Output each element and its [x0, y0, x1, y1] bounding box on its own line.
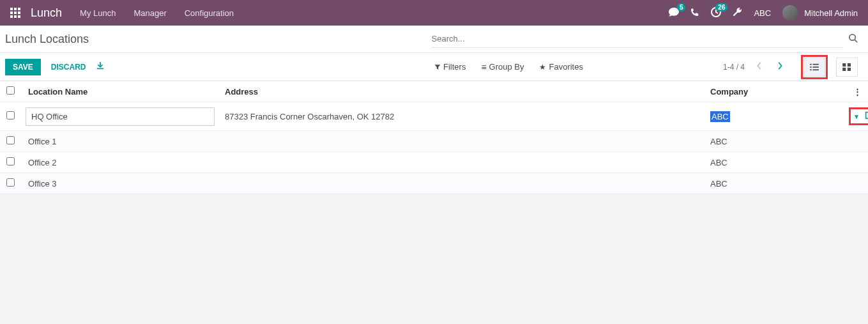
- location-name-cell[interactable]: Office 1: [22, 131, 218, 152]
- user-name: Mitchell Admin: [804, 8, 858, 18]
- row-checkbox[interactable]: [6, 157, 15, 166]
- svg-rect-2: [810, 63, 812, 65]
- save-button[interactable]: SAVE: [5, 59, 41, 75]
- list-view-button[interactable]: [803, 58, 825, 77]
- pager-next[interactable]: [774, 59, 786, 75]
- svg-rect-5: [812, 66, 818, 68]
- nav-link-configuration[interactable]: Configuration: [185, 8, 234, 18]
- top-navbar: Lunch My Lunch Manager Configuration 5 2…: [0, 0, 868, 26]
- table-row[interactable]: Office 1 ABC: [0, 131, 868, 152]
- table-row[interactable]: Office 3 ABC: [0, 173, 868, 194]
- svg-rect-6: [810, 69, 812, 70]
- row-checkbox[interactable]: [6, 178, 15, 187]
- phone-icon[interactable]: [690, 8, 699, 19]
- company-cell[interactable]: ABC: [704, 152, 842, 173]
- company-switcher[interactable]: ABC: [754, 8, 771, 18]
- address-cell[interactable]: [218, 152, 704, 173]
- location-name-cell[interactable]: Office 3: [22, 173, 218, 194]
- chat-badge: 5: [677, 3, 686, 12]
- group-by-button[interactable]: ≡ Group By: [481, 62, 524, 72]
- row-checkbox[interactable]: [6, 111, 15, 120]
- col-header-address[interactable]: Address: [218, 81, 704, 102]
- svg-rect-10: [842, 67, 846, 70]
- address-cell[interactable]: 87323 Francis Corner Oscarhaven, OK 1278…: [218, 102, 704, 131]
- col-header-company[interactable]: Company: [704, 81, 842, 102]
- user-menu[interactable]: Mitchell Admin: [782, 5, 858, 20]
- address-cell[interactable]: [218, 173, 704, 194]
- svg-rect-3: [812, 63, 818, 65]
- avatar: [782, 5, 798, 20]
- page-title: Lunch Locations: [5, 33, 432, 46]
- search-icon[interactable]: [848, 33, 858, 45]
- pager: 1-4 / 4: [723, 63, 745, 72]
- activities-badge: 26: [715, 3, 727, 12]
- col-header-name[interactable]: Location Name: [22, 81, 218, 102]
- discard-button[interactable]: DISCARD: [51, 63, 86, 72]
- company-cell[interactable]: ABC: [704, 173, 842, 194]
- external-link-icon[interactable]: [865, 111, 868, 121]
- nav-link-manager[interactable]: Manager: [133, 8, 166, 18]
- nav-link-my-lunch[interactable]: My Lunch: [80, 8, 116, 18]
- favorites-button[interactable]: ★ Favorites: [539, 62, 582, 72]
- row-checkbox[interactable]: [6, 136, 15, 144]
- dropdown-caret-icon[interactable]: ▼: [853, 113, 860, 120]
- apps-icon[interactable]: [10, 8, 20, 18]
- chat-icon[interactable]: 5: [669, 7, 679, 19]
- pager-prev[interactable]: [754, 59, 765, 75]
- table-row[interactable]: 87323 Francis Corner Oscarhaven, OK 1278…: [0, 102, 868, 131]
- svg-rect-8: [842, 63, 846, 66]
- search-input[interactable]: [432, 30, 844, 48]
- address-cell[interactable]: [218, 131, 704, 152]
- debug-icon[interactable]: [733, 7, 742, 19]
- company-cell[interactable]: ABC: [704, 102, 842, 131]
- download-icon[interactable]: [96, 61, 105, 72]
- location-name-cell[interactable]: Office 2: [22, 152, 218, 173]
- column-options-icon[interactable]: ⋮: [853, 87, 862, 96]
- svg-rect-7: [812, 69, 818, 70]
- filters-button[interactable]: Filters: [434, 62, 466, 72]
- svg-rect-9: [848, 63, 851, 66]
- svg-point-1: [849, 35, 855, 40]
- table-row[interactable]: Office 2 ABC: [0, 152, 868, 173]
- select-all-checkbox[interactable]: [6, 86, 15, 95]
- svg-rect-11: [848, 67, 851, 70]
- svg-rect-4: [810, 66, 812, 68]
- company-cell[interactable]: ABC: [704, 131, 842, 152]
- kanban-view-button[interactable]: [836, 58, 858, 77]
- activities-icon[interactable]: 26: [711, 7, 721, 19]
- app-name[interactable]: Lunch: [31, 6, 62, 20]
- company-value: ABC: [710, 111, 730, 122]
- location-name-input[interactable]: [26, 107, 215, 126]
